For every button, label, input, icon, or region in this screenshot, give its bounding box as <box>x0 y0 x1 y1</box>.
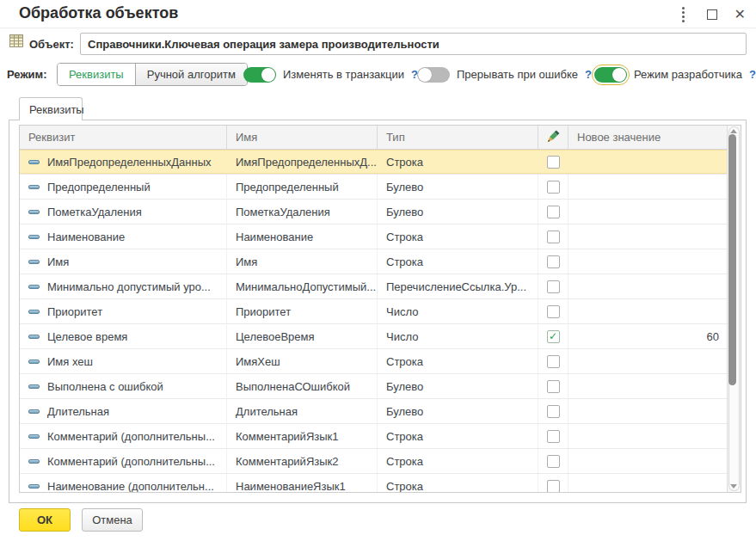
tab-attributes[interactable]: Реквизиты <box>19 97 83 120</box>
developer-mode-toggle[interactable] <box>594 67 627 83</box>
table-row[interactable]: ПометкаУдаления ПометкаУдаления Булево <box>20 200 728 224</box>
table-row[interactable]: Имя хеш ИмяХеш Строка <box>20 349 728 374</box>
cell-type: Строка <box>378 249 538 274</box>
toggle-group-developer-mode: Режим разработчика ? <box>594 63 756 86</box>
break-on-error-help-link[interactable]: ? <box>585 68 592 81</box>
cell-type: Булево <box>378 175 538 199</box>
change-checkbox[interactable]: ✓ <box>547 330 560 343</box>
cell-name: ИмяХеш <box>227 349 378 373</box>
cell-attribute: Имя <box>47 255 69 268</box>
change-checkbox[interactable] <box>547 255 560 268</box>
cell-attribute: Длительная <box>47 405 109 418</box>
cell-type: Строка <box>378 449 538 473</box>
cell-type: Булево <box>378 374 538 398</box>
cell-name: ВыполненаСОшибкой <box>227 374 378 398</box>
cell-name: КомментарийЯзык1 <box>227 424 378 448</box>
vertical-scrollbar[interactable] <box>727 126 741 492</box>
table-row[interactable]: Целевое время ЦелевоеВремя Число ✓ 60 <box>20 324 728 349</box>
table-row[interactable]: Длительная Длительная Булево <box>20 399 728 424</box>
break-on-error-toggle[interactable] <box>417 67 450 83</box>
scroll-up-icon[interactable] <box>730 128 737 133</box>
segment-attributes[interactable]: Реквизиты <box>58 64 135 85</box>
object-input[interactable] <box>80 33 747 55</box>
developer-mode-help-link[interactable]: ? <box>749 68 756 81</box>
toggle-group-break-on-error: Прерывать при ошибке ? <box>417 63 592 86</box>
scroll-down-icon[interactable] <box>730 484 737 489</box>
column-header-type[interactable]: Тип <box>378 126 538 149</box>
cell-attribute: Наименование <box>47 231 125 243</box>
cell-new-value <box>569 274 728 298</box>
table-row[interactable]: Выполнена с ошибкой ВыполненаСОшибкой Бу… <box>20 374 728 399</box>
table-header: Реквизит Имя Тип Новое значение <box>20 126 728 150</box>
cell-name: Длительная <box>227 399 378 423</box>
change-checkbox[interactable] <box>547 480 560 493</box>
cell-type: Число <box>378 324 538 348</box>
change-checkbox[interactable] <box>547 231 560 243</box>
cell-name: НаименованиеЯзык1 <box>227 474 378 493</box>
table-row[interactable]: Комментарий (дополнительны... Комментари… <box>20 424 728 449</box>
table-row[interactable]: Комментарий (дополнительны... Комментари… <box>20 449 728 474</box>
table-row[interactable]: ИмяПредопределенныхДанных ИмяПредопредел… <box>20 150 728 175</box>
cell-new-value <box>569 175 728 199</box>
cell-type: Число <box>378 299 538 323</box>
change-checkbox[interactable] <box>547 206 560 218</box>
attribute-icon <box>28 335 40 339</box>
change-checkbox[interactable] <box>547 280 560 293</box>
column-header-attribute[interactable]: Реквизит <box>20 126 227 149</box>
attribute-icon <box>28 260 40 264</box>
cancel-button[interactable]: Отмена <box>82 508 143 532</box>
close-icon[interactable]: ✕ <box>734 8 746 22</box>
change-checkbox[interactable] <box>547 455 560 468</box>
cell-new-value <box>569 224 728 249</box>
change-checkbox[interactable] <box>547 181 560 194</box>
mode-segmented-control: Реквизиты Ручной алгоритм <box>57 63 248 86</box>
object-processing-window: Обработка объектов ✕ Объект: Режим: Рекв… <box>0 0 756 541</box>
attribute-icon <box>28 285 40 289</box>
change-checkbox[interactable] <box>547 355 560 368</box>
cell-type: ПеречислениеСсылка.Ур... <box>378 274 538 298</box>
cell-new-value <box>569 150 728 174</box>
change-checkbox[interactable] <box>547 380 560 393</box>
maximize-icon[interactable] <box>707 9 717 20</box>
attribute-icon <box>28 235 40 239</box>
attribute-icon <box>28 360 40 364</box>
table-row[interactable]: Минимально допустимый уро... МинимальноД… <box>20 274 728 299</box>
cell-new-value <box>569 374 728 398</box>
window-title: Обработка объектов <box>19 4 178 22</box>
cell-new-value <box>569 249 728 274</box>
cell-attribute: Комментарий (дополнительны... <box>47 430 215 443</box>
table-row[interactable]: Предопределенный Предопределенный Булево <box>20 175 728 200</box>
change-checkbox[interactable] <box>547 305 560 318</box>
attribute-icon <box>28 459 40 464</box>
pencil-icon <box>547 130 560 145</box>
table-rows: ИмяПредопределенныхДанных ИмяПредопредел… <box>20 150 728 493</box>
cell-name: ИмяПредопределенныхД... <box>227 150 378 174</box>
segment-manual-algorithm[interactable]: Ручной алгоритм <box>135 64 247 85</box>
attribute-icon <box>28 310 40 314</box>
column-header-new-value[interactable]: Новое значение <box>569 126 728 149</box>
ok-button[interactable]: ОК <box>19 508 71 532</box>
table-row[interactable]: Наименование (дополнительн... Наименован… <box>20 474 728 493</box>
cell-attribute: Целевое время <box>47 330 127 343</box>
attribute-icon <box>28 484 40 489</box>
column-header-change[interactable] <box>538 126 569 149</box>
cell-new-value <box>569 399 728 423</box>
cell-attribute: Приоритет <box>47 305 102 318</box>
change-checkbox[interactable] <box>547 430 560 443</box>
table-row[interactable]: Приоритет Приоритет Число <box>20 299 728 324</box>
cell-new-value <box>569 349 728 373</box>
cell-new-value <box>569 474 728 493</box>
change-checkbox[interactable] <box>547 156 560 169</box>
transaction-toggle[interactable] <box>243 67 276 83</box>
cell-new-value <box>569 200 728 224</box>
cell-attribute: ПометкаУдаления <box>47 206 142 218</box>
scrollbar-thumb[interactable] <box>728 134 736 385</box>
change-checkbox[interactable] <box>547 405 560 418</box>
cell-attribute: Имя хеш <box>47 355 93 368</box>
table-row[interactable]: Наименование Наименование Строка <box>20 224 728 249</box>
cell-new-value <box>569 299 728 323</box>
more-menu-icon[interactable] <box>677 5 690 24</box>
table-row[interactable]: Имя Имя Строка <box>20 249 728 274</box>
attribute-icon <box>28 384 40 389</box>
column-header-name[interactable]: Имя <box>227 126 378 149</box>
